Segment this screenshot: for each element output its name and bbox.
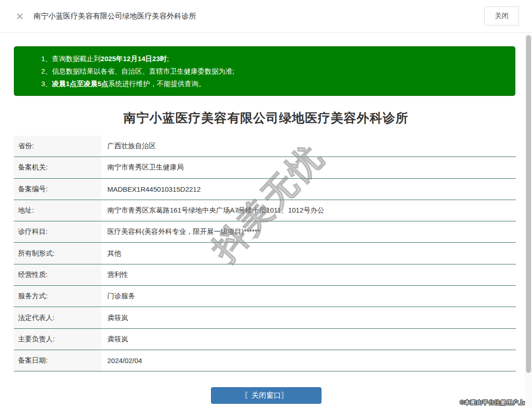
row-label: 服务方式: [14, 286, 101, 307]
row-label: 所有制形式: [14, 243, 101, 264]
row-value: 其他 [101, 243, 516, 264]
row-label: 备案编号: [14, 179, 101, 200]
table-row-address: 地址: 南宁市青秀区东葛路161号绿地中央广场A7号楼十层1011、1012号办… [14, 200, 516, 221]
row-label: 法定代表人: [14, 307, 101, 328]
row-label: 备案日期: [14, 350, 101, 371]
notice-line-2-text: 信息数据结果以各省、自治区、直辖市卫生健康委数据为准; [52, 67, 234, 75]
row-label: 主要负责人: [14, 329, 101, 350]
row-value: 广西壮族自治区 [101, 136, 516, 157]
row-value: 门诊服务 [101, 286, 516, 307]
row-label: 经营性质: [14, 264, 101, 285]
table-row-filing-authority: 备案机关: 南宁市青秀区卫生健康局 [14, 157, 516, 178]
close-window-button[interactable]: 〖关闭窗口〗 [211, 387, 322, 404]
table-row-business-nature: 经营性质: 营利性 [14, 264, 516, 286]
table-row-legal-representative: 法定代表人: 龚筱岚 [14, 307, 516, 328]
notice-line-1: 1、查询数据截止到2025年12月14日23时; [41, 52, 506, 65]
row-value: 龚筱岚 [101, 307, 516, 328]
row-value: 医疗美容科(美容外科专业，限开展一级项目)****** [101, 221, 516, 242]
table-row-filing-number: 备案编号: MADBEX1R445010315D2212 [14, 179, 516, 200]
copyright-watermark: ©本图由平台注册用户上传 [460, 399, 531, 407]
notice-line-1-text: 查询数据截止到 [52, 55, 100, 63]
table-row-principal: 主要负责人: 龚筱岚 [14, 329, 516, 350]
notice-line-2-num: 2、 [41, 67, 52, 75]
row-label: 省份: [14, 136, 101, 157]
table-row-ownership-type: 所有制形式: 其他 [14, 243, 516, 264]
scrollbar-thumb[interactable] [526, 35, 531, 373]
notice-line-3-suffix: 系统进行维护，不能提供查询。 [108, 80, 205, 88]
modal-header: ✕ 南宁小蓝医疗美容有限公司绿地医疗美容外科诊所 关闭 [0, 0, 532, 33]
row-value: 南宁市青秀区东葛路161号绿地中央广场A7号楼十层1011、1012号办公 [101, 200, 516, 221]
table-row-service-mode: 服务方式: 门诊服务 [14, 286, 516, 307]
notice-line-3-num: 3、 [41, 80, 52, 88]
table-row-province: 省份: 广西壮族自治区 [14, 136, 516, 157]
close-button[interactable]: 关闭 [484, 6, 519, 25]
row-label: 地址: [14, 200, 101, 221]
row-value: 龚筱岚 [101, 329, 516, 350]
row-value: 南宁市青秀区卫生健康局 [101, 157, 516, 178]
row-value: MADBEX1R445010315D2212 [101, 179, 516, 200]
row-label: 诊疗科目: [14, 221, 101, 242]
window-title: 南宁小蓝医疗美容有限公司绿地医疗美容外科诊所 [34, 12, 197, 21]
notice-line-3: 3、凌晨1点至凌晨5点系统进行维护，不能提供查询。 [41, 77, 506, 90]
page-title: 南宁小蓝医疗美容有限公司绿地医疗美容外科诊所 [0, 110, 532, 126]
notice-line-1-bold: 2025年12月14日23时 [100, 55, 167, 63]
notice-banner: 1、查询数据截止到2025年12月14日23时; 2、信息数据结果以各省、自治区… [14, 46, 515, 96]
close-icon[interactable]: ✕ [16, 12, 24, 21]
table-row-filing-date: 备案日期: 2024/02/04 [14, 350, 516, 371]
notice-line-2: 2、信息数据结果以各省、自治区、直辖市卫生健康委数据为准; [41, 65, 506, 77]
record-table: 省份: 广西壮族自治区 备案机关: 南宁市青秀区卫生健康局 备案编号: MADB… [14, 136, 516, 371]
notice-line-1-num: 1、 [41, 55, 52, 63]
row-value: 2024/02/04 [101, 350, 516, 371]
notice-line-3-bold: 凌晨1点至凌晨5点 [52, 80, 108, 88]
notice-line-1-suffix: ; [167, 55, 169, 63]
table-row-medical-subjects: 诊疗科目: 医疗美容科(美容外科专业，限开展一级项目)****** [14, 221, 516, 243]
row-label: 备案机关: [14, 157, 101, 178]
row-value: 营利性 [101, 264, 516, 285]
